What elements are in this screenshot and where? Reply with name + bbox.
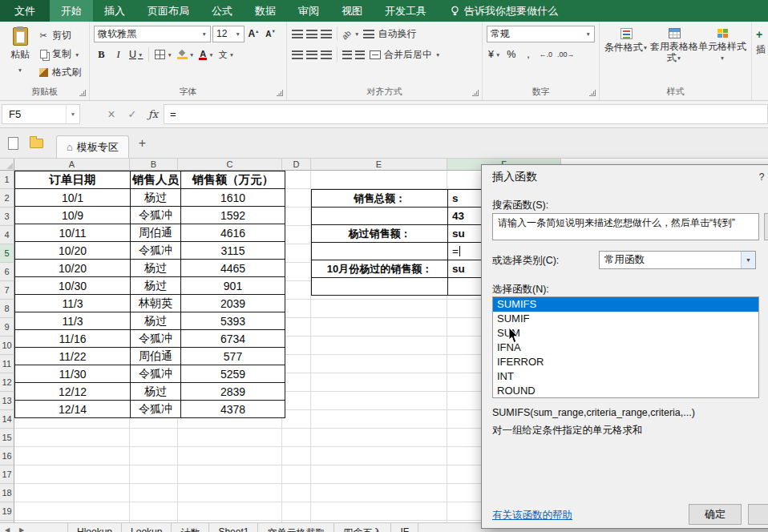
merge-center-button[interactable]: 合并后居中 (367, 48, 443, 62)
row-header-10[interactable]: 10 (0, 337, 14, 355)
number-format-combo[interactable]: 常规 (487, 26, 595, 42)
phonetic-guide-button[interactable] (217, 46, 236, 62)
function-item-SUMIFS[interactable]: SUMIFS (493, 297, 758, 312)
sales-table-cell[interactable]: 3115 (181, 242, 285, 260)
dialog-title-bar[interactable]: 插入函数 (482, 165, 768, 189)
function-help-link[interactable]: 有关该函数的帮助 (492, 509, 572, 522)
summary-label-cell[interactable] (312, 278, 448, 296)
function-item-ROUND[interactable]: ROUND (493, 384, 758, 398)
paste-button[interactable]: 粘贴 (2, 23, 38, 84)
sales-table-cell[interactable]: 令狐冲 (131, 401, 181, 418)
category-combo[interactable]: 常用函数 (599, 251, 756, 269)
row-header-4[interactable]: 4 (0, 226, 14, 244)
row-header-12[interactable]: 12 (0, 373, 14, 392)
row-header-18[interactable]: 18 (0, 484, 14, 502)
row-header-17[interactable]: 17 (0, 466, 14, 484)
sales-table-cell[interactable]: 10/1 (15, 189, 131, 207)
row-header-8[interactable]: 8 (0, 300, 14, 318)
cancel-button[interactable] (748, 504, 768, 525)
font-dialog-launcher[interactable] (277, 90, 283, 96)
sales-table-header-3[interactable]: 销售额（万元） (181, 171, 285, 189)
function-item-IFERROR[interactable]: IFERROR (493, 355, 758, 369)
row-header-5[interactable]: 5 (0, 244, 14, 263)
sheet-tab-空单元格截取[interactable]: 空单元格截取 (258, 523, 334, 532)
font-size-combo[interactable]: 12 (212, 26, 245, 42)
ribbon-tab-home[interactable]: 开始 (50, 0, 93, 22)
name-box-dropdown-icon[interactable] (66, 105, 79, 123)
go-button[interactable] (764, 213, 768, 240)
insert-cells-button[interactable]: 插 (754, 23, 766, 84)
column-header-A[interactable]: A (14, 159, 130, 171)
sales-table-cell[interactable]: 令狐冲 (131, 365, 181, 383)
row-header-13[interactable]: 13 (0, 392, 14, 410)
row-header-9[interactable]: 9 (0, 318, 14, 337)
sales-table-cell[interactable]: 周伯通 (131, 348, 181, 365)
sales-table-cell[interactable]: 4378 (181, 401, 285, 418)
conditional-formatting-button[interactable]: 条件格式 (602, 23, 650, 84)
italic-button[interactable]: I (111, 46, 126, 62)
number-dialog-launcher[interactable] (589, 90, 596, 96)
tell-me-box[interactable]: 告诉我你想要做什么 (441, 0, 568, 22)
search-function-input[interactable]: 请输入一条简短说明来描述您想做什么，然后单击“转到” (492, 213, 759, 240)
decrease-indent-icon[interactable] (342, 50, 352, 59)
sales-table-cell[interactable]: 杨过 (131, 312, 181, 330)
row-header-6[interactable]: 6 (0, 263, 14, 281)
cancel-entry-button[interactable] (101, 104, 122, 124)
align-middle-icon[interactable] (306, 30, 317, 38)
sales-table-cell[interactable]: 令狐冲 (131, 242, 181, 260)
sheet-tab-四舍五入[interactable]: 四舍五入 (334, 523, 391, 532)
sales-table-cell[interactable]: 6734 (181, 330, 285, 348)
align-bottom-icon[interactable] (321, 30, 332, 38)
function-item-INT[interactable]: INT (493, 369, 758, 384)
sales-table-cell[interactable]: 令狐冲 (131, 330, 181, 348)
ribbon-tab-data[interactable]: 数据 (244, 0, 287, 22)
increase-indent-icon[interactable] (355, 50, 365, 59)
sales-table-cell[interactable]: 杨过 (131, 189, 181, 207)
function-item-SUMIF[interactable]: SUMIF (493, 312, 758, 326)
formula-input[interactable]: = (164, 104, 768, 124)
function-item-SUM[interactable]: SUM (493, 326, 758, 341)
sheet-nav-left-icon[interactable] (0, 523, 14, 532)
sales-table-cell[interactable]: 2039 (181, 295, 285, 312)
sales-table-cell[interactable]: 11/30 (15, 365, 131, 383)
sales-table-cell[interactable]: 10/20 (15, 242, 131, 260)
format-as-table-button[interactable]: 套用表格格式 (650, 23, 698, 84)
ribbon-tab-developer[interactable]: 开发工具 (374, 0, 438, 22)
fill-color-button[interactable] (176, 46, 196, 62)
accounting-format-button[interactable]: ¥ (487, 46, 502, 62)
bold-button[interactable]: B (94, 46, 109, 62)
sales-table-cell[interactable]: 901 (181, 277, 285, 295)
sheet-tab-Lookup[interactable]: Lookup (122, 523, 172, 532)
sales-table-cell[interactable]: 2839 (181, 383, 285, 401)
align-top-icon[interactable] (292, 30, 303, 38)
ribbon-tab-file[interactable]: 文件 (0, 0, 50, 22)
sales-table-cell[interactable]: 杨过 (131, 383, 181, 401)
row-header-19[interactable]: 19 (0, 502, 14, 521)
ribbon-tab-insert[interactable]: 插入 (93, 0, 136, 22)
sales-table-cell[interactable]: 11/22 (15, 348, 131, 365)
add-tab-button[interactable] (139, 136, 146, 151)
summary-label-cell[interactable] (312, 208, 448, 225)
sales-table-cell[interactable]: 11/16 (15, 330, 131, 348)
row-header-16[interactable]: 16 (0, 447, 14, 466)
column-header-C[interactable]: C (178, 159, 282, 171)
sales-table-header-1[interactable]: 订单日期 (15, 171, 131, 189)
sales-table-cell[interactable]: 5393 (181, 312, 285, 330)
clipboard-dialog-launcher[interactable] (79, 90, 86, 96)
sales-table-cell[interactable]: 令狐冲 (131, 207, 181, 224)
sales-table-cell[interactable]: 10/11 (15, 224, 131, 242)
cell-styles-button[interactable]: 单元格样式 (698, 23, 746, 84)
sales-table-cell[interactable]: 577 (181, 348, 285, 365)
ok-button[interactable]: 确定 (689, 504, 742, 525)
align-right-icon[interactable] (321, 50, 332, 59)
summary-label-cell[interactable]: 10月份杨过的销售额： (312, 260, 448, 278)
format-painter-button[interactable]: 格式刷 (38, 66, 81, 79)
sales-table-cell[interactable]: 周伯通 (131, 224, 181, 242)
sales-table-cell[interactable]: 12/14 (15, 401, 131, 418)
orientation-button[interactable] (340, 26, 354, 41)
font-color-button[interactable]: A (197, 46, 215, 62)
wrap-text-button[interactable]: 自动换行 (361, 27, 418, 41)
increase-decimal-button[interactable]: ←.0 (537, 46, 554, 62)
sales-table-cell[interactable]: 12/12 (15, 383, 131, 401)
copy-button[interactable]: 复制 (38, 47, 81, 61)
